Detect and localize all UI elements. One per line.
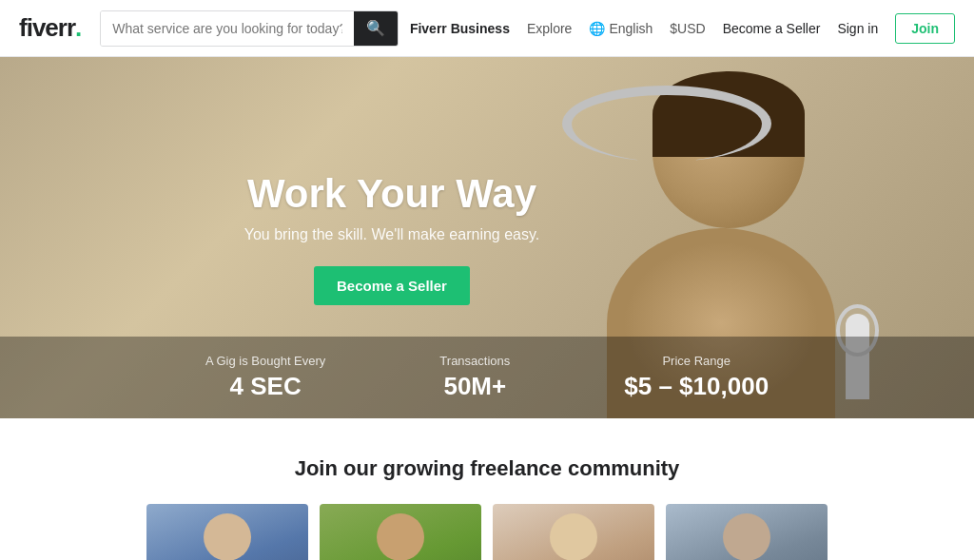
nav-become-seller[interactable]: Become a Seller (723, 21, 821, 36)
search-bar: 🔍 (100, 10, 399, 47)
search-icon: 🔍 (366, 19, 385, 37)
search-input[interactable] (101, 11, 354, 46)
community-title: Join our growing freelance community (76, 456, 898, 481)
person-head-1 (204, 513, 251, 560)
main-nav: Fiverr Business Explore 🌐 English $USD B… (410, 13, 955, 44)
person-head-4 (723, 513, 770, 560)
community-card-video-editor[interactable]: I am a Video Editor (666, 504, 828, 560)
stat-gig-value: 4 SEC (205, 372, 325, 401)
community-cards: I am a Designer I am a Developer I am (76, 504, 898, 560)
hero-title: Work Your Way (244, 171, 539, 217)
nav-currency[interactable]: $USD (670, 21, 705, 36)
nav-language[interactable]: 🌐 English (589, 21, 653, 36)
logo[interactable]: fiverr. (19, 13, 81, 43)
stat-transactions: Transactions 50M+ (439, 354, 510, 401)
globe-icon: 🌐 (589, 21, 605, 36)
person-shape-2 (353, 513, 448, 560)
stat-gig-frequency: A Gig is Bought Every 4 SEC (205, 354, 325, 401)
hero-subtitle: You bring the skill. We'll make earning … (244, 226, 539, 243)
stat-transactions-value: 50M+ (439, 372, 510, 401)
logo-dot: . (75, 13, 81, 43)
community-section: Join our growing freelance community I a… (0, 418, 974, 560)
community-card-writer[interactable]: I am a Writer (493, 504, 654, 560)
logo-text: fiverr (19, 13, 75, 43)
person-shape-4 (699, 513, 794, 560)
hero-headphones (562, 86, 771, 162)
person-shape-1 (180, 513, 275, 560)
hero-section: Work Your Way You bring the skill. We'll… (0, 57, 974, 418)
nav-explore[interactable]: Explore (527, 21, 572, 36)
nav-fiverr-business[interactable]: Fiverr Business (410, 21, 510, 36)
person-shape-3 (526, 513, 621, 560)
stat-price-value: $5 – $10,000 (624, 372, 769, 401)
become-seller-button[interactable]: Become a Seller (314, 266, 470, 305)
search-button[interactable]: 🔍 (354, 11, 398, 46)
community-card-developer[interactable]: I am a Developer (320, 504, 481, 560)
stat-price-range: Price Range $5 – $10,000 (624, 354, 769, 401)
stat-price-label: Price Range (624, 354, 769, 368)
header: fiverr. 🔍 Fiverr Business Explore 🌐 Engl… (0, 0, 974, 57)
join-button[interactable]: Join (895, 13, 955, 44)
stat-transactions-label: Transactions (439, 354, 510, 368)
stats-bar: A Gig is Bought Every 4 SEC Transactions… (0, 337, 974, 418)
community-card-designer[interactable]: I am a Designer (146, 504, 308, 560)
person-head-2 (377, 513, 424, 560)
language-label: English (609, 21, 653, 36)
person-head-3 (550, 513, 597, 560)
hero-content: Work Your Way You bring the skill. We'll… (244, 171, 539, 305)
stat-gig-label: A Gig is Bought Every (205, 354, 325, 368)
nav-signin[interactable]: Sign in (837, 21, 878, 36)
